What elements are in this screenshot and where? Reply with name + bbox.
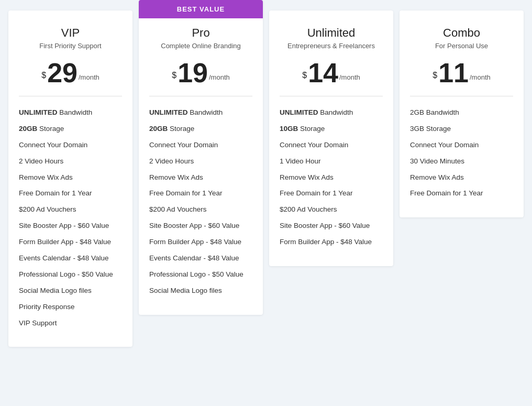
plan-name-vip: VIP — [19, 26, 122, 40]
feature-item: $200 Ad Vouchers — [149, 202, 252, 218]
feature-item: Connect Your Domain — [410, 137, 513, 153]
feature-bold: 20GB — [149, 125, 168, 133]
feature-item: Social Media Logo files — [149, 283, 252, 299]
price-amount: 14 — [308, 59, 338, 86]
feature-item: $200 Ad Vouchers — [280, 202, 383, 218]
plan-card-pro: BEST VALUEProComplete Online Branding $ … — [139, 0, 263, 315]
plan-price-pro: $ 19 /month — [149, 59, 252, 86]
price-period: /month — [339, 73, 360, 81]
feature-item: 10GB Storage — [280, 121, 383, 137]
feature-item: 20GB Storage — [149, 121, 252, 137]
feature-item: Connect Your Domain — [19, 137, 122, 153]
price-amount: 11 — [438, 59, 469, 86]
feature-item: Site Booster App - $60 Value — [19, 218, 122, 234]
price-dollar: $ — [433, 71, 437, 80]
feature-item: Free Domain for 1 Year — [149, 185, 252, 202]
price-period: /month — [470, 73, 491, 81]
plan-subtitle-combo: For Personal Use — [410, 42, 513, 50]
price-dollar: $ — [41, 71, 46, 80]
feature-item: 20GB Storage — [19, 121, 122, 137]
feature-item: Site Booster App - $60 Value — [149, 218, 252, 234]
feature-bold: UNLIMITED — [149, 108, 188, 116]
feature-item: Social Media Logo files — [19, 283, 122, 299]
feature-item: Remove Wix Ads — [19, 170, 122, 186]
feature-item: Form Builder App - $48 Value — [149, 234, 252, 250]
price-amount: 29 — [47, 59, 77, 86]
feature-item: UNLIMITED Bandwidth — [280, 105, 383, 121]
price-period: /month — [79, 73, 99, 81]
plan-subtitle-unlimited: Entrepreneurs & Freelancers — [280, 42, 383, 50]
plan-price-unlimited: $ 14 /month — [280, 59, 383, 86]
feature-item: Form Builder App - $48 Value — [280, 234, 383, 250]
divider — [19, 96, 122, 96]
price-dollar: $ — [172, 71, 176, 80]
feature-item: 30 Video Minutes — [410, 153, 513, 170]
feature-item: Events Calendar - $48 Value — [19, 250, 122, 267]
feature-item: Free Domain for 1 Year — [19, 185, 122, 202]
plan-price-vip: $ 29 /month — [19, 59, 122, 86]
feature-item: UNLIMITED Bandwidth — [149, 105, 252, 121]
plan-card-unlimited: UnlimitedEntrepreneurs & Freelancers $ 1… — [269, 10, 393, 266]
features-list-pro: UNLIMITED Bandwidth20GB StorageConnect Y… — [149, 105, 252, 299]
feature-item: VIP Support — [19, 315, 122, 332]
divider — [410, 96, 513, 96]
plan-card-combo: ComboFor Personal Use $ 11 /month 2GB Ba… — [400, 10, 524, 217]
feature-item: Remove Wix Ads — [410, 170, 513, 186]
feature-item: UNLIMITED Bandwidth — [19, 105, 122, 121]
feature-item: Remove Wix Ads — [280, 170, 383, 186]
feature-item: 2 Video Hours — [19, 153, 122, 170]
feature-item: Remove Wix Ads — [149, 170, 252, 186]
price-amount: 19 — [178, 59, 208, 86]
features-list-combo: 2GB Bandwidth3GB StorageConnect Your Dom… — [410, 105, 513, 202]
plan-subtitle-pro: Complete Online Branding — [149, 42, 252, 50]
plan-card-vip: VIPFirst Priority Support $ 29 /month UN… — [8, 10, 132, 347]
pricing-container: VIPFirst Priority Support $ 29 /month UN… — [0, 0, 532, 357]
plan-name-unlimited: Unlimited — [280, 26, 383, 40]
divider — [280, 96, 383, 96]
feature-item: Form Builder App - $48 Value — [19, 234, 122, 250]
features-list-unlimited: UNLIMITED Bandwidth10GB StorageConnect Y… — [280, 105, 383, 250]
feature-bold: UNLIMITED — [280, 108, 318, 116]
feature-bold: UNLIMITED — [19, 108, 58, 116]
price-dollar: $ — [302, 71, 307, 80]
feature-bold: 20GB — [19, 125, 37, 133]
feature-item: Professional Logo - $50 Value — [19, 267, 122, 283]
feature-item: $200 Ad Vouchers — [19, 202, 122, 218]
feature-item: 2 Video Hours — [149, 153, 252, 170]
plan-name-pro: Pro — [149, 26, 252, 40]
feature-bold: 10GB — [280, 125, 298, 133]
feature-item: Connect Your Domain — [280, 137, 383, 153]
feature-item: Priority Response — [19, 299, 122, 315]
plan-subtitle-vip: First Priority Support — [19, 42, 122, 50]
features-list-vip: UNLIMITED Bandwidth20GB StorageConnect Y… — [19, 105, 122, 331]
feature-item: Professional Logo - $50 Value — [149, 267, 252, 283]
feature-item: 3GB Storage — [410, 121, 513, 137]
feature-item: Free Domain for 1 Year — [280, 185, 383, 202]
feature-item: Connect Your Domain — [149, 137, 252, 153]
feature-item: 1 Video Hour — [280, 153, 383, 170]
feature-item: Events Calendar - $48 Value — [149, 250, 252, 267]
divider — [149, 96, 252, 96]
feature-item: Site Booster App - $60 Value — [280, 218, 383, 234]
price-period: /month — [209, 73, 230, 81]
best-value-badge: BEST VALUE — [139, 0, 263, 18]
plan-price-combo: $ 11 /month — [410, 59, 513, 86]
feature-item: 2GB Bandwidth — [410, 105, 513, 121]
plan-name-combo: Combo — [410, 26, 513, 40]
feature-item: Free Domain for 1 Year — [410, 185, 513, 202]
